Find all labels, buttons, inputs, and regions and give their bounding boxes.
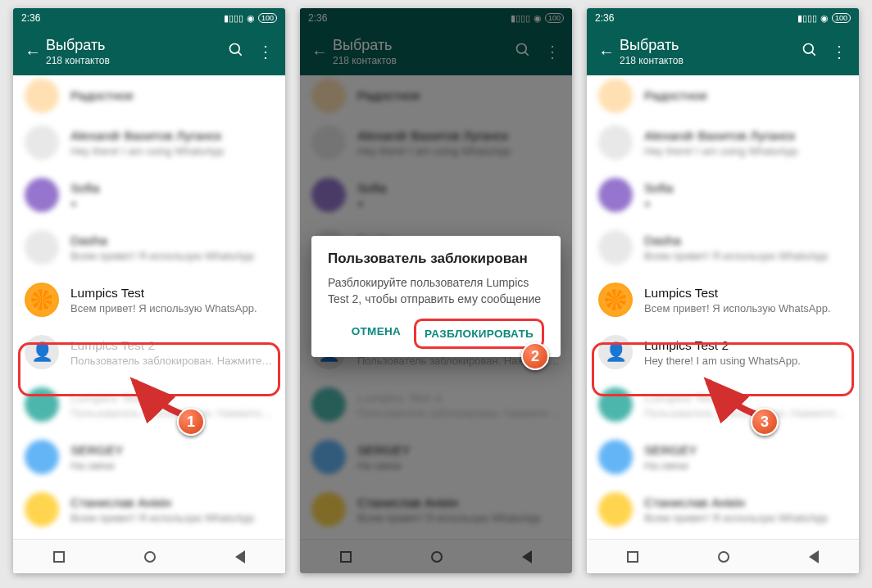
list-item-lumpics-test-2[interactable]: 👤Lumpics Test 2Пользователь заблокирован… — [13, 326, 285, 378]
phone-screen-2: 2:36 ▮▯▯▯◉100 ← Выбрать218 контактов ⋮ Р… — [300, 8, 572, 573]
list-item-lumpics-test[interactable]: Lumpics TestВсем привет! Я использую Wha… — [13, 274, 285, 326]
unblock-button[interactable]: РАЗБЛОКИРОВАТЬ — [414, 319, 544, 349]
status-time: 2:36 — [595, 12, 614, 24]
page-subtitle: 218 контактов — [46, 55, 221, 66]
list-item-lumpics-test[interactable]: Lumpics TestВсем привет! Я использую Wha… — [587, 274, 859, 326]
nav-back-button[interactable] — [235, 550, 245, 563]
more-icon[interactable]: ⋮ — [824, 42, 854, 61]
status-bar: 2:36 ▮▯▯▯◉100 — [587, 8, 859, 28]
avatar — [25, 283, 59, 317]
contact-name: Lumpics Test 2 — [644, 338, 847, 353]
status-time: 2:36 — [21, 12, 40, 24]
invite-friends-button[interactable]: ⫘Пригласить друзей — [13, 536, 285, 539]
contact-list[interactable]: Радостное Alexandr Вахитов ЛуганскHey th… — [13, 75, 285, 539]
search-icon[interactable] — [221, 42, 251, 62]
contact-name: Lumpics Test — [70, 286, 274, 301]
status-icons: ▮▯▯▯◉100 — [797, 13, 851, 24]
nav-recent-button[interactable] — [627, 551, 638, 563]
annotation-step-3: 3 — [751, 408, 779, 436]
unblock-dialog: Пользователь заблокирован Разблокируйте … — [311, 236, 561, 357]
svg-line-1 — [238, 52, 242, 55]
wifi-icon: ◉ — [247, 13, 255, 24]
dialog-message: Разблокируйте пользователя Lumpics Test … — [328, 275, 544, 307]
list-item[interactable]: SERGEYНа связи — [587, 431, 859, 483]
app-bar: ← Выбрать218 контактов ⋮ — [587, 28, 859, 75]
contact-name: Lumpics Test 2 — [70, 338, 274, 353]
list-item[interactable]: DashaВсем привет! Я использую WhatsApp — [587, 221, 859, 274]
contact-status: Всем привет! Я использую WhatsApp. — [70, 302, 274, 314]
more-icon[interactable]: ⋮ — [251, 42, 280, 61]
app-bar: ← Выбрать 218 контактов ⋮ — [13, 28, 285, 75]
nav-back-button[interactable] — [809, 550, 819, 563]
annotation-step-1: 1 — [177, 408, 205, 436]
svg-line-5 — [812, 52, 815, 55]
list-item[interactable]: Sofia● — [587, 169, 859, 221]
avatar: 👤 — [598, 335, 633, 369]
phone-screen-1: 2:36 ▮▯▯▯ ◉ 100 ← Выбрать 218 контактов … — [13, 8, 285, 573]
list-item[interactable]: DashaВсем привет! Я использую WhatsApp — [13, 221, 285, 274]
list-item[interactable]: Alexandr Вахитов ЛуганскHey there! I am … — [587, 116, 859, 169]
list-item[interactable]: Радостное — [13, 75, 285, 116]
dialog-title: Пользователь заблокирован — [328, 251, 544, 267]
svg-point-0 — [230, 43, 240, 53]
list-item[interactable]: Станислав AнікінВсем привет! Я использую… — [13, 483, 285, 536]
back-button[interactable]: ← — [20, 43, 46, 61]
annotation-step-2: 2 — [521, 342, 549, 370]
android-nav-bar — [587, 539, 859, 573]
back-button[interactable]: ← — [593, 43, 620, 61]
avatar — [25, 387, 59, 422]
contact-status: Пользователь заблокирован. Нажмите, ч… — [70, 355, 274, 367]
page-title: Выбрать — [46, 37, 221, 54]
contact-status: Hey there! I am using WhatsApp. — [644, 355, 847, 367]
svg-point-4 — [804, 43, 814, 53]
contact-list[interactable]: Радостное Alexandr Вахитов ЛуганскHey th… — [587, 75, 859, 539]
list-item[interactable]: Радостное — [587, 75, 859, 116]
list-item[interactable]: Станислав AнікінВсем привет! Я использую… — [587, 483, 859, 536]
phone-screen-3: 2:36 ▮▯▯▯◉100 ← Выбрать218 контактов ⋮ Р… — [587, 8, 859, 573]
nav-home-button[interactable] — [718, 551, 729, 563]
status-bar: 2:36 ▮▯▯▯ ◉ 100 — [13, 8, 285, 28]
list-item[interactable]: Sofia● — [13, 169, 285, 221]
android-nav-bar — [13, 539, 285, 573]
battery-icon: 100 — [258, 13, 277, 23]
list-item[interactable]: SERGEYНа связи — [13, 431, 285, 483]
nav-home-button[interactable] — [144, 551, 156, 563]
avatar: 👤 — [25, 335, 59, 369]
signal-icon: ▮▯▯▯ — [224, 13, 243, 24]
list-item-lumpics-test-2[interactable]: 👤Lumpics Test 2Hey there! I am using Wha… — [587, 326, 859, 378]
search-icon[interactable] — [795, 42, 824, 62]
list-item[interactable]: Alexandr Вахитов ЛуганскHey there! I am … — [13, 116, 285, 169]
invite-friends-button[interactable]: ⫘Пригласить друзей — [587, 536, 859, 539]
cancel-button[interactable]: ОТМЕНА — [343, 319, 409, 349]
nav-recent-button[interactable] — [53, 551, 65, 563]
status-icons: ▮▯▯▯ ◉ 100 — [224, 13, 277, 24]
